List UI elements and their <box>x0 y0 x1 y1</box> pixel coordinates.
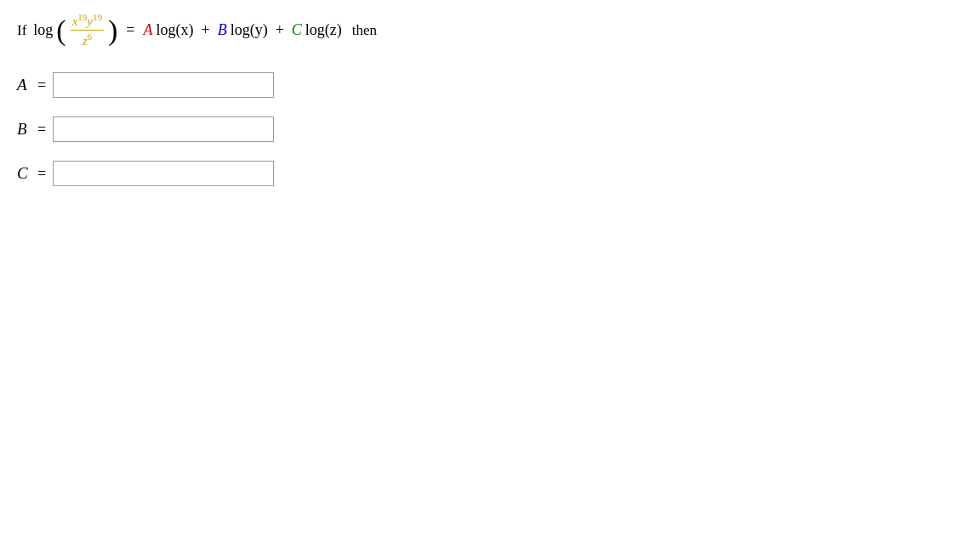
input-row-B: B = <box>17 116 963 142</box>
input-A[interactable] <box>53 72 274 98</box>
var-B-label: B <box>17 120 32 139</box>
plus1: + <box>202 21 210 39</box>
coeff-C: C <box>292 21 302 39</box>
open-paren: ( <box>56 16 66 45</box>
equals-sign: = <box>126 21 134 39</box>
input-B[interactable] <box>53 116 274 142</box>
eq-B: = <box>37 121 46 139</box>
var-A-label: A <box>17 76 32 94</box>
if-label: If <box>17 22 26 39</box>
then-label: then <box>352 22 377 39</box>
coeff-B: B <box>218 21 227 39</box>
fraction: x19y19 z6 <box>71 12 104 48</box>
plus2: + <box>276 21 284 39</box>
input-row-A: A = <box>17 72 963 98</box>
var-C-label: C <box>17 164 32 183</box>
log-expr-C: log(z) <box>305 21 342 39</box>
log-expr-B: log(y) <box>231 21 268 39</box>
page-content: If log ( x19y19 z6 ) = A log(x) + B log(… <box>0 0 980 217</box>
log-expr-A: log(x) <box>157 21 194 39</box>
coeff-A: A <box>144 21 153 39</box>
log-label: log <box>33 21 53 39</box>
input-row-C: C = <box>17 161 963 186</box>
input-C[interactable] <box>53 161 274 186</box>
close-paren: ) <box>108 16 117 45</box>
fraction-denominator: z6 <box>81 31 94 48</box>
eq-C: = <box>37 165 46 183</box>
equation-line: If log ( x19y19 z6 ) = A log(x) + B log(… <box>17 12 963 48</box>
fraction-numerator: x19y19 <box>71 12 104 31</box>
eq-A: = <box>37 77 46 94</box>
